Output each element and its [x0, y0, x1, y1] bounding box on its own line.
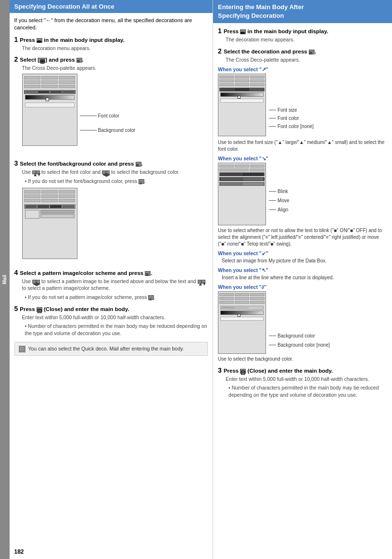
- right-icon: ▶: [106, 170, 110, 174]
- left-step-4-header: 4 Select a pattern image/color scheme an…: [14, 269, 208, 276]
- when-select-3: When you select "↙": [218, 250, 387, 256]
- up-icon: ▲: [32, 170, 36, 174]
- left-step-2-header: 2 Select [⊞] and press ≡.: [14, 55, 208, 63]
- close-icon-r: ⊡: [240, 369, 246, 374]
- left-step-2-desc: The Cross Deco-palette appears.: [22, 65, 208, 72]
- left-diagram-2: [22, 188, 208, 265]
- left-step-4-num: 4: [14, 269, 18, 276]
- left-step-4-desc: Use ◀▶ to select a pattern image to be i…: [22, 278, 208, 292]
- ok-icon-4: ≡: [145, 271, 151, 276]
- label-bg-color-r: Background color: [269, 332, 329, 339]
- close-icon: ⊡: [37, 307, 42, 312]
- left-step-1-num: 1: [14, 36, 18, 43]
- label-font-color-none: Font color [none]: [269, 123, 314, 130]
- left-intro: If you select "←" from the decoration me…: [14, 17, 208, 32]
- right-step-2: 2 Select the decoration and press ≡. The…: [218, 47, 387, 363]
- right-step-2-title: Select the decoration and press ≡.: [224, 49, 316, 54]
- menu-icon: ⊞: [39, 58, 45, 63]
- right-step-2-header: 2 Select the decoration and press ≡.: [218, 47, 387, 55]
- right-diagram-2-wrapper: Blink Move Align: [218, 163, 387, 225]
- left-note-box: □ You can also select the Quick deco. Ma…: [14, 342, 208, 356]
- right-phone-1: [218, 74, 266, 136]
- right-labels-2: Blink Move Align: [269, 163, 289, 225]
- note-icon: □: [19, 346, 25, 352]
- right-diagram-3-wrapper: Background color Background color [none]: [218, 291, 387, 354]
- when-select-4: When you select "↖": [218, 267, 387, 273]
- right-step-1-num: 1: [218, 27, 222, 35]
- left-step-4: 4 Select a pattern image/color scheme an…: [14, 269, 208, 301]
- ok-icon-3: ≡: [136, 162, 141, 167]
- left-label-font-color: Font color: [80, 113, 119, 118]
- left-step-1: 1 Press ✏ in the main body input display…: [14, 36, 208, 52]
- when-select-2: When you select "↘": [218, 156, 387, 161]
- label-font-size: Font size: [269, 106, 314, 114]
- left-step-3: 3 Select the font/background color and p…: [14, 159, 208, 264]
- right-when-3-body: Select an image from My picture of the D…: [222, 258, 387, 264]
- left-step-3-num: 3: [14, 159, 18, 167]
- pen-icon: ✏: [37, 38, 42, 43]
- left-phone-box-2: [22, 188, 77, 259]
- when-select-1: When you select "↗": [218, 66, 387, 72]
- sidebar-mail: Mail: [0, 0, 10, 559]
- right-when-5-body: Use to select the background color.: [218, 356, 387, 363]
- right-step-2-desc: The Cross Deco-palette appears.: [226, 56, 387, 64]
- sidebar-label: Mail: [2, 275, 7, 284]
- left-step-1-desc: The decoration menu appears.: [22, 45, 208, 52]
- label-bg-color-none: Background color [none]: [269, 341, 329, 349]
- left-step-2: 2 Select [⊞] and press ≡. The Cross Deco…: [14, 55, 208, 156]
- left-step-5-desc: Enter text within 5,000 full-width or 10…: [22, 314, 208, 321]
- ok-icon: ≡: [76, 58, 82, 63]
- left-phone-box-1: [22, 74, 77, 146]
- left-step-1-header: 1 Press ✏ in the main body input display…: [14, 36, 208, 43]
- right-step-3-num: 3: [218, 366, 222, 374]
- right-when-1-body: Use to select the font size ("▲" large/"…: [218, 139, 387, 153]
- u-icon: ▲: [198, 280, 202, 284]
- right-step-1-desc: The decoration menu appears.: [226, 36, 387, 43]
- left-step-5-header: 5 Press ⊡ (Close) and enter the main bod…: [14, 305, 208, 312]
- left-step-3-sub: If you do not set the font/background co…: [25, 178, 208, 185]
- down-icon: ▼: [36, 170, 40, 174]
- right-when-4-body: Insert a line at the line where the curs…: [222, 274, 387, 281]
- left-step-3-title: Select the font/background color and pre…: [20, 161, 142, 167]
- left-step-3-desc: Use ▲▼ to select the font color and ◀▶ t…: [22, 169, 208, 176]
- right-step-3-title: Press ⊡ (Close) and enter the main body.: [224, 368, 333, 374]
- label-blink: Blink: [269, 188, 289, 195]
- left-step-4-title: Select a pattern image/color scheme and …: [20, 270, 152, 276]
- left-step-3-header: 3 Select the font/background color and p…: [14, 159, 208, 167]
- right-labels-3: Background color Background color [none]: [269, 291, 329, 354]
- page-number: 182: [14, 548, 24, 555]
- l-icon: ◀: [32, 280, 36, 284]
- left-column: Specifying Decoration All at Once If you…: [10, 0, 214, 559]
- right-step-3-desc: Enter text within 5,000 full-width or 10…: [226, 376, 387, 383]
- left-note-text: You can also select the Quick deco. Mail…: [28, 345, 184, 352]
- left-step-2-num: 2: [14, 55, 18, 63]
- right-step-3-sub: Number of characters permitted in the ma…: [228, 384, 387, 398]
- right-when-2-body: Use to select whether or not to allow th…: [218, 227, 387, 247]
- left-step-2-title: Select [⊞] and press ≡.: [20, 57, 84, 63]
- right-step-2-num: 2: [218, 47, 222, 55]
- right-column: Entering the Main Body After Specifying …: [213, 0, 392, 559]
- page-container: Mail Specifying Decoration All at Once I…: [0, 0, 392, 559]
- left-step-5-title: Press ⊡ (Close) and enter the main body.: [20, 306, 129, 312]
- d-icon: ▼: [202, 280, 205, 284]
- ok-icon-r2: ≡: [309, 50, 315, 54]
- when-select-5: When you select "∂": [218, 284, 387, 290]
- label-font-color-r: Font color: [269, 115, 314, 122]
- skip-icon: ≡: [139, 179, 144, 184]
- right-step-1-header: 1 Press ✏ in the main body input display…: [218, 27, 387, 35]
- right-header-line2: Specifying Decoration: [218, 12, 284, 19]
- right-labels-1: Font size Font color Font color [none]: [269, 74, 314, 136]
- right-phone-2: [218, 163, 266, 225]
- right-step-3: 3 Press ⊡ (Close) and enter the main bod…: [218, 366, 387, 399]
- right-step-1: 1 Press ✏ in the main body input display…: [218, 27, 387, 43]
- right-step-1-title: Press ✏ in the main body input display.: [224, 28, 329, 34]
- left-step-5-num: 5: [14, 305, 18, 312]
- pen-icon-r: ✏: [240, 29, 246, 34]
- left-diagram-1: Font color Background color: [22, 74, 208, 156]
- right-section-header: Entering the Main Body After Specifying …: [213, 0, 392, 23]
- right-diagram-1-wrapper: Font size Font color Font color [none]: [218, 74, 387, 136]
- left-label-bg-color: Background color: [80, 128, 136, 133]
- label-move: Move: [269, 197, 289, 204]
- right-step-3-header: 3 Press ⊡ (Close) and enter the main bod…: [218, 366, 387, 374]
- right-phone-3: [218, 291, 266, 354]
